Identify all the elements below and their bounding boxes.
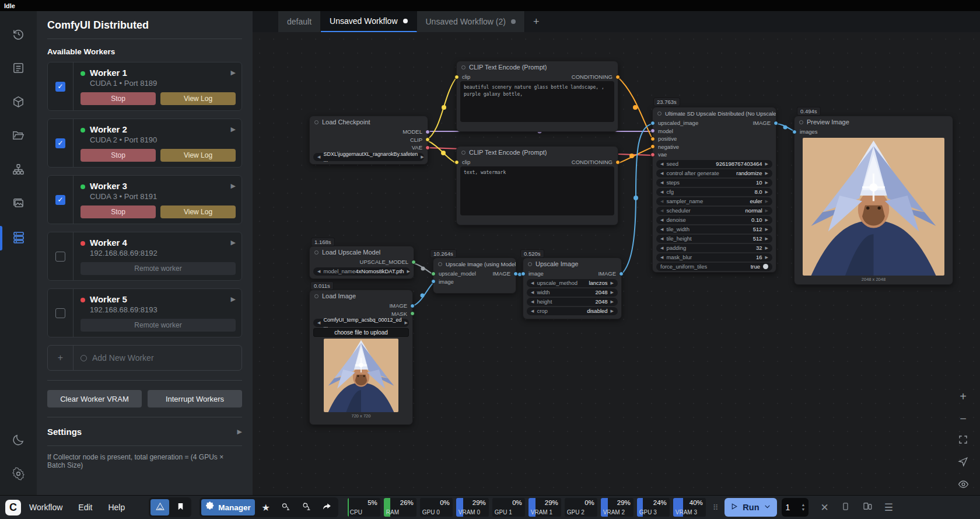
collapse-dot-icon[interactable] <box>314 294 318 298</box>
clip-input-port[interactable] <box>454 75 459 79</box>
node-load-upscale-model[interactable]: Load Upscale Model UPSCALE_MODEL model_n… <box>309 246 414 279</box>
clip-output-port[interactable] <box>425 137 430 142</box>
node-ultimate-sd-upscale[interactable]: Ultimate SD Upscale Distributed (No Upsc… <box>652 107 776 273</box>
stop-button[interactable]: Stop <box>80 149 156 162</box>
image-output-port[interactable] <box>774 121 778 126</box>
favorites-button[interactable]: ★ <box>257 499 275 515</box>
node-upscale-image-using-model[interactable]: Upscale Image (using Model) upscale_mode… <box>433 257 516 294</box>
image-filename-widget[interactable]: ComfyUI_temp_acsbq_00012_ed ... <box>313 319 409 327</box>
bookmark-button[interactable] <box>171 499 190 515</box>
upscale-method-widget[interactable]: upscale_methodlanczos <box>527 279 618 287</box>
padding-widget[interactable]: padding32 <box>656 244 772 252</box>
collapse-dot-icon[interactable] <box>657 112 662 116</box>
sidebar-item-workflows[interactable] <box>0 154 37 187</box>
image-output-port[interactable] <box>410 304 415 308</box>
conditioning-output-port[interactable] <box>615 160 620 165</box>
toggle-visibility-button[interactable] <box>956 478 970 492</box>
clear-worker-vram-button[interactable]: Clear Worker VRAM <box>47 390 142 407</box>
ckpt-name-widget[interactable]: SDXL\juggernautXL_ragnarokBy.safeten ... <box>313 153 424 161</box>
model-output-port[interactable] <box>425 130 430 134</box>
height-widget[interactable]: height2048 <box>527 298 618 306</box>
worker2-checkbox[interactable]: ✓ <box>55 138 65 148</box>
sidebar-item-distributed-queue[interactable] <box>0 221 37 255</box>
prompt-textarea[interactable]: beautiful scenery nature glass bottle la… <box>460 81 614 122</box>
sidebar-item-logs[interactable] <box>0 52 37 86</box>
tab-default[interactable]: default <box>278 11 321 32</box>
fit-view-button[interactable] <box>956 434 970 448</box>
width-widget[interactable]: width2048 <box>527 288 618 297</box>
collapse-dot-icon[interactable] <box>438 262 442 266</box>
tile-width-widget[interactable]: tile_width512 <box>656 225 772 234</box>
mask-blur-widget[interactable]: mask_blur16 <box>656 253 772 262</box>
seed-widget[interactable]: seed926198767403464 <box>656 160 772 168</box>
collapse-dot-icon[interactable] <box>528 262 532 266</box>
zoom-in-button[interactable]: + <box>956 389 970 403</box>
node-upscale-image[interactable]: Upscale Image image IMAGE upscale_method… <box>523 257 622 319</box>
view-log-button[interactable]: View Log <box>160 205 236 218</box>
menu-edit[interactable]: Edit <box>78 503 92 512</box>
images-input-port[interactable] <box>792 130 797 134</box>
panel-layout-button[interactable] <box>841 501 850 514</box>
view-log-button[interactable]: View Log <box>160 149 236 162</box>
force-uniform-tiles-toggle[interactable]: force_uniform_tilestrue <box>656 263 772 271</box>
drag-handle[interactable]: ⠿ <box>713 503 719 512</box>
control-after-generate-widget[interactable]: control after generaterandomize <box>656 169 772 177</box>
tile-height-widget[interactable]: tile_height512 <box>656 235 772 243</box>
run-button[interactable]: Run <box>724 498 777 517</box>
collapse-dot-icon[interactable] <box>314 250 318 255</box>
menu-help[interactable]: Help <box>108 503 125 512</box>
node-clip-text-encode-negative[interactable]: CLIP Text Encode (Prompt) clip CONDITION… <box>456 146 618 225</box>
negative-input-port[interactable] <box>650 144 655 149</box>
image-input-port[interactable] <box>521 271 526 276</box>
expand-chevron-icon[interactable]: ▶ <box>231 69 236 76</box>
node-load-image[interactable]: Load Image IMAGE MASK ComfyUI_temp_acsbq… <box>309 290 413 425</box>
upscale-model-input-port[interactable] <box>431 271 436 276</box>
zoom-out-button[interactable]: − <box>956 412 970 426</box>
batch-count-stepper[interactable]: 1 ▲▼ <box>782 498 808 517</box>
choose-file-button[interactable]: choose file to upload <box>313 328 409 337</box>
collapse-dot-icon[interactable] <box>461 65 466 69</box>
denoise-widget[interactable]: denoise0.10 <box>656 216 772 224</box>
node-clip-text-encode-positive[interactable]: CLIP Text Encode (Prompt) clip CONDITION… <box>456 61 618 132</box>
vae-output-port[interactable] <box>425 145 430 150</box>
collapse-dot-icon[interactable] <box>314 120 318 124</box>
focus-mode-button[interactable] <box>956 456 970 470</box>
stop-button[interactable]: Stop <box>80 205 156 218</box>
model-input-port[interactable] <box>650 128 655 133</box>
tab-unsaved-workflow[interactable]: Unsaved Workflow <box>321 11 416 32</box>
clip-input-port[interactable] <box>454 160 459 165</box>
graph-mode-button[interactable] <box>150 499 169 515</box>
theme-toggle[interactable] <box>0 424 37 458</box>
sidebar-item-history[interactable] <box>0 18 37 52</box>
vae-input-port[interactable] <box>650 152 655 157</box>
add-worker-input[interactable]: Add New Worker <box>74 346 242 370</box>
share-button[interactable] <box>318 499 337 515</box>
worker1-checkbox[interactable]: ✓ <box>55 82 65 92</box>
more-menu-button[interactable]: ☰ <box>884 501 893 514</box>
expand-chevron-icon[interactable]: ▶ <box>231 126 236 133</box>
expand-chevron-icon[interactable]: ▶ <box>231 295 236 303</box>
comfyui-logo[interactable]: C <box>5 500 21 515</box>
tab-unsaved-workflow-2[interactable]: Unsaved Workflow (2) <box>417 11 525 32</box>
worker5-checkbox[interactable] <box>55 308 65 318</box>
image-output-port[interactable] <box>619 271 624 276</box>
prompt-textarea[interactable]: text, watermark <box>460 166 614 215</box>
new-tab-button[interactable]: + <box>525 11 548 32</box>
manager-button[interactable]: Manager <box>201 499 255 515</box>
image-input-port[interactable] <box>431 279 436 284</box>
interrupt-workers-button[interactable]: Interrupt Workers <box>148 390 242 407</box>
mask-output-port[interactable] <box>410 311 415 316</box>
node-graph-canvas[interactable]: Load Checkpoint MODEL CLIP VAE SDXL\jugg… <box>253 32 980 495</box>
scheduler-widget[interactable]: schedulernormal <box>656 207 772 215</box>
model-name-widget[interactable]: model_name4xNomos8kDAT.pth <box>313 267 410 276</box>
settings-button[interactable] <box>0 458 37 492</box>
clean-vram-button[interactable] <box>277 499 296 515</box>
sidebar-item-gallery[interactable] <box>0 187 37 221</box>
collapse-dot-icon[interactable] <box>799 120 803 124</box>
view-log-button[interactable]: View Log <box>160 92 236 105</box>
upscale-model-output-port[interactable] <box>411 260 416 264</box>
steps-widget[interactable]: steps10 <box>656 179 772 187</box>
crop-widget[interactable]: cropdisabled <box>527 307 618 315</box>
sampler-name-widget[interactable]: sampler_nameeuler <box>656 197 772 205</box>
expand-chevron-icon[interactable]: ▶ <box>231 182 236 190</box>
